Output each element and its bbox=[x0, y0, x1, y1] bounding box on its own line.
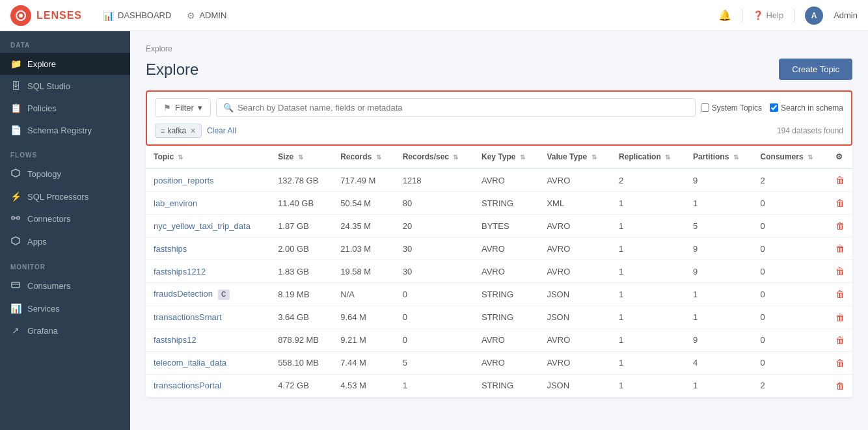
td-partitions: 4 bbox=[685, 351, 753, 374]
search-input[interactable] bbox=[237, 103, 688, 113]
delete-icon[interactable]: 🗑 bbox=[835, 358, 845, 368]
search-in-schema-checkbox[interactable] bbox=[770, 103, 778, 112]
sidebar-item-sql-processors[interactable]: ⚡ SQL Processors bbox=[0, 185, 130, 208]
system-topics-checkbox-label[interactable]: System Topics bbox=[701, 103, 762, 113]
topic-link[interactable]: transactionsPortal bbox=[154, 381, 221, 390]
td-size: 4.72 GB bbox=[270, 374, 332, 397]
topic-link[interactable]: position_reports bbox=[154, 176, 214, 185]
td-size: 8.19 MB bbox=[270, 283, 332, 306]
logo-text: LENSES bbox=[36, 10, 82, 21]
delete-icon[interactable]: 🗑 bbox=[835, 243, 845, 254]
td-delete: 🗑 bbox=[828, 374, 852, 397]
sidebar-item-sql-studio[interactable]: 🗄 SQL Studio bbox=[0, 75, 130, 97]
sidebar-item-explore[interactable]: 📁 Explore bbox=[0, 53, 130, 75]
td-consumers: 0 bbox=[753, 283, 828, 306]
delete-icon[interactable]: 🗑 bbox=[835, 266, 845, 276]
svg-marker-2 bbox=[12, 169, 20, 177]
td-partitions: 1 bbox=[685, 306, 753, 329]
topics-table: Topic ⇅ Size ⇅ Records ⇅ Records/sec ⇅ K… bbox=[146, 146, 852, 397]
sidebar-item-label: SQL Processors bbox=[27, 192, 88, 202]
td-replication: 1 bbox=[611, 306, 685, 329]
th-size[interactable]: Size ⇅ bbox=[270, 146, 332, 168]
kafka-tag-remove[interactable]: ✕ bbox=[190, 127, 196, 135]
topic-link[interactable]: fastships bbox=[154, 244, 187, 254]
search-input-wrap: 🔍 bbox=[216, 98, 696, 117]
th-partitions[interactable]: Partitions ⇅ bbox=[685, 146, 753, 168]
th-records[interactable]: Records ⇅ bbox=[332, 146, 394, 168]
td-key-type: AVRO bbox=[474, 351, 539, 374]
svg-rect-7 bbox=[12, 282, 20, 288]
td-delete: 🗑 bbox=[828, 329, 852, 351]
delete-icon[interactable]: 🗑 bbox=[835, 312, 845, 323]
page-header: Explore Create Topic bbox=[146, 59, 852, 80]
notification-bell-icon[interactable]: 🔔 bbox=[718, 9, 731, 21]
topic-link[interactable]: telecom_italia_data bbox=[154, 358, 226, 368]
page-title: Explore bbox=[146, 60, 198, 79]
th-settings[interactable]: ⚙ bbox=[828, 146, 852, 168]
td-delete: 🗑 bbox=[828, 306, 852, 329]
topic-link[interactable]: nyc_yellow_taxi_trip_data bbox=[154, 221, 251, 231]
clear-all-link[interactable]: Clear All bbox=[207, 126, 236, 135]
th-topic[interactable]: Topic ⇅ bbox=[146, 146, 270, 168]
topic-link[interactable]: fastships12 bbox=[154, 335, 197, 345]
admin-nav-link[interactable]: ⚙ ADMIN bbox=[187, 10, 226, 21]
lightning-icon: ⚡ bbox=[10, 191, 21, 202]
system-topics-checkbox[interactable] bbox=[701, 103, 709, 112]
create-topic-button[interactable]: Create Topic bbox=[779, 59, 852, 80]
consumers-icon bbox=[10, 280, 21, 291]
td-size: 1.87 GB bbox=[270, 215, 332, 237]
delete-icon[interactable]: 🗑 bbox=[835, 335, 845, 345]
sidebar-item-policies[interactable]: 📋 Policies bbox=[0, 97, 130, 119]
td-consumers: 0 bbox=[753, 237, 828, 260]
topology-icon bbox=[10, 168, 21, 180]
td-topic: fraudsDetection C bbox=[146, 283, 270, 306]
table-row: fastships1212 1.83 GB 19.58 M 30 AVRO AV… bbox=[146, 260, 852, 283]
table-header: Topic ⇅ Size ⇅ Records ⇅ Records/sec ⇅ K… bbox=[146, 146, 852, 168]
td-key-type: STRING bbox=[474, 283, 539, 306]
td-consumers: 2 bbox=[753, 168, 828, 192]
search-options: System Topics Search in schema bbox=[701, 103, 843, 113]
sidebar-item-services[interactable]: 📊 Services bbox=[0, 297, 130, 319]
admin-user-label[interactable]: Admin bbox=[834, 10, 858, 20]
th-consumers[interactable]: Consumers ⇅ bbox=[753, 146, 828, 168]
delete-icon[interactable]: 🗑 bbox=[835, 289, 845, 299]
delete-icon[interactable]: 🗑 bbox=[835, 175, 845, 185]
delete-icon[interactable]: 🗑 bbox=[835, 221, 845, 231]
topic-link[interactable]: fraudsDetection bbox=[154, 289, 213, 299]
table-row: position_reports 132.78 GB 717.49 M 1218… bbox=[146, 168, 852, 192]
td-key-type: BYTES bbox=[474, 215, 539, 237]
filter-button[interactable]: ⚑ Filter ▾ bbox=[155, 98, 211, 117]
topic-link[interactable]: transactionsSmart bbox=[154, 312, 222, 322]
sidebar-item-apps[interactable]: Apps bbox=[0, 230, 130, 253]
td-records: 7.44 M bbox=[332, 351, 394, 374]
sidebar-item-grafana[interactable]: ↗ Grafana bbox=[0, 319, 130, 342]
sidebar-item-schema-registry[interactable]: 📄 Schema Registry bbox=[0, 119, 130, 141]
td-consumers: 0 bbox=[753, 351, 828, 374]
sidebar-item-label: Consumers bbox=[27, 281, 70, 291]
td-partitions: 9 bbox=[685, 168, 753, 192]
sidebar-item-label: SQL Studio bbox=[27, 81, 70, 91]
td-key-type: AVRO bbox=[474, 329, 539, 351]
td-records: 9.64 M bbox=[332, 306, 394, 329]
search-in-schema-checkbox-label[interactable]: Search in schema bbox=[770, 103, 843, 113]
sidebar-item-connectors[interactable]: Connectors bbox=[0, 208, 130, 230]
th-replication[interactable]: Replication ⇅ bbox=[611, 146, 685, 168]
topic-link[interactable]: fastships1212 bbox=[154, 267, 206, 276]
policies-icon: 📋 bbox=[10, 103, 21, 113]
th-key-type[interactable]: Key Type ⇅ bbox=[474, 146, 539, 168]
td-records: N/A bbox=[332, 283, 394, 306]
th-records-sec[interactable]: Records/sec ⇅ bbox=[395, 146, 474, 168]
dashboard-nav-link[interactable]: 📊 DASHBOARD bbox=[103, 10, 171, 21]
table-row: fastships12 878.92 MB 9.21 M 0 AVRO AVRO… bbox=[146, 329, 852, 351]
td-consumers: 0 bbox=[753, 260, 828, 283]
sidebar-item-topology[interactable]: Topology bbox=[0, 163, 130, 185]
delete-icon[interactable]: 🗑 bbox=[835, 198, 845, 208]
delete-icon[interactable]: 🗑 bbox=[835, 381, 845, 391]
td-partitions: 5 bbox=[685, 215, 753, 237]
td-records-sec: 5 bbox=[395, 351, 474, 374]
th-value-type[interactable]: Value Type ⇅ bbox=[539, 146, 611, 168]
td-delete: 🗑 bbox=[828, 168, 852, 192]
topic-link[interactable]: lab_environ bbox=[154, 198, 197, 208]
help-link[interactable]: ❓ Help bbox=[753, 10, 783, 20]
sidebar-item-consumers[interactable]: Consumers bbox=[0, 275, 130, 297]
